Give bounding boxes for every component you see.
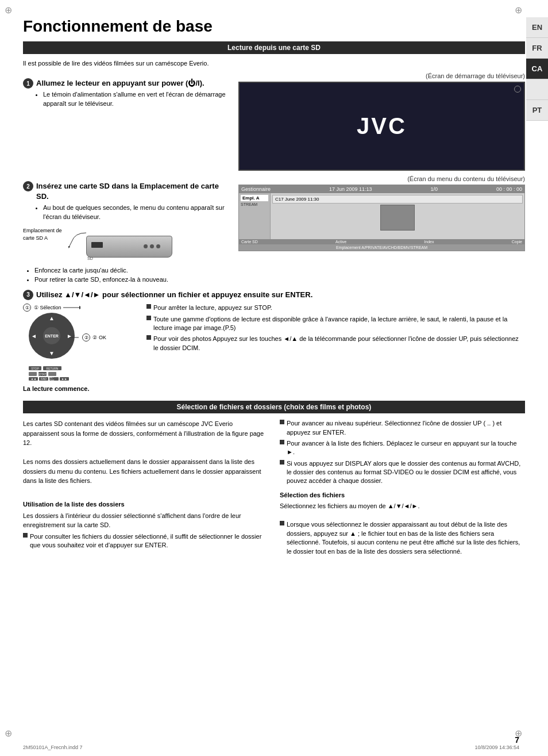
annotation-selection: ① ① Sélection (23, 304, 138, 312)
section2-col-right: Pour avancer au niveau supérieur. Sélect… (280, 419, 525, 558)
step3-title-area: Utilisez ▲/▼/◄/► pour sélectionner un fi… (36, 290, 525, 300)
s2-para1: Les cartes SD contenant des vidéos filmé… (23, 419, 268, 448)
device-sd-label: SD (87, 256, 93, 260)
svg-marker-1 (79, 306, 80, 309)
step3-circle: 3 (23, 290, 33, 300)
s2r-bullet4: Lorsque vous sélectionnez le dossier app… (280, 520, 525, 556)
lang-tab-en[interactable]: EN (526, 17, 548, 38)
menu-screen: Gestionnaire 17 Jun 2009 11:13 1/0 00 : … (238, 185, 525, 251)
lang-tab-ca[interactable]: CA (526, 59, 548, 79)
menu-file-item: C17 June 2009 11:30 (272, 195, 523, 204)
step1-right: (Écran de démarrage du téléviseur) JVC (238, 72, 525, 171)
dpad-down: ▼ (49, 350, 55, 356)
reg-mark-bl: ⊕ (5, 728, 12, 739)
ann2-arrow (70, 335, 81, 340)
device-buttons (144, 244, 160, 248)
menu-thumbnail (380, 205, 415, 231)
step2-title: Insérez une carte SD dans la Emplacement… (36, 182, 219, 201)
menu-sidebar: Empl. A STREAM (239, 193, 271, 239)
menu-footer-item1: Carte SD (241, 240, 258, 244)
dpad-up: ▲ (49, 315, 55, 321)
annotation-ok: ② ② OK (70, 333, 106, 341)
device-btn3 (156, 244, 160, 248)
section2-banner: Sélection de fichiers et dossiers (choix… (23, 401, 525, 413)
remote-control-area: ① ① Sélection ▲ ▼ ◄ ► ENTER (23, 304, 138, 392)
s2-bullet1: Pour consulter les fichiers du dossier s… (23, 532, 268, 550)
step2-extra-bullets: Enfoncez la carte jusqu'au déclic. Pour … (34, 266, 230, 284)
step1-circle: 1 (23, 78, 33, 89)
device-label: Emplacement de carte SD A (23, 227, 69, 241)
step3-title: Utilisez ▲/▼/◄/► pour sélectionner un fi… (36, 290, 312, 299)
jvc-logo: JVC (357, 113, 407, 139)
stop-btn: STOP (29, 366, 41, 370)
s2r-para-files: Sélectionnez les fichiers au moyen de ▲/… (280, 501, 525, 511)
dpad-left: ◄ (31, 333, 37, 339)
lecture-commence: La lecture commence. (23, 385, 138, 392)
s2r-sq3 (280, 460, 284, 465)
s2r-sq4 (280, 521, 284, 525)
step1-bullets: Le témoin d'alimentation s'allume en ver… (43, 90, 230, 108)
menu-gestionnaire: Gestionnaire (241, 186, 271, 192)
s2-para2: Les noms des dossiers actuellement dans … (23, 457, 268, 486)
tv-crosshair (514, 86, 521, 93)
remote-row1: STOP RETURN (29, 366, 132, 370)
step2-content: Insérez une carte SD dans la Emplacement… (36, 181, 230, 222)
page-title: Fonctionnement de base (23, 17, 525, 36)
step3-body: ① ① Sélection ▲ ▼ ◄ ► ENTER (23, 304, 525, 392)
language-tabs: EN FR CA PT (526, 17, 548, 121)
lang-tab-fr[interactable]: FR (526, 38, 548, 59)
step3-bullet3: Pour voir des photos Appuyez sur les tou… (146, 335, 525, 352)
ann-circle-2: ② (82, 333, 90, 341)
device-slot (91, 242, 103, 248)
device-arrow-svg (66, 230, 89, 253)
s2-para3: Les dossiers à l'intérieur du dossier sé… (23, 511, 268, 530)
s2r-bullet3: Si vous appuyez sur DISPLAY alors que le… (280, 459, 525, 486)
step1-container: 1 Allumez le lecteur en appuyant sur pow… (23, 72, 525, 171)
step2-bullet1: Au bout de quelques secondes, le menu du… (43, 204, 230, 221)
device-body (86, 236, 172, 258)
step2-circle: 2 (23, 181, 33, 191)
step2-container: 2 Insérez une carte SD dans la Emplaceme… (23, 175, 525, 284)
sq-bullet2 (146, 316, 151, 320)
s2-sq1 (23, 533, 28, 538)
menu-footer-item3: Index (424, 240, 434, 244)
step2-bullet2: Enfoncez la carte jusqu'au déclic. (34, 266, 230, 275)
step3-left: ① ① Sélection ▲ ▼ ◄ ► ENTER (23, 304, 138, 392)
device-image: SD (75, 227, 172, 262)
menu-footer: Emplacement A/PRIVATE/AVCHD/BDMV/STREAM (239, 244, 524, 251)
step3-row: 3 Utilisez ▲/▼/◄/► pour sélectionner un … (23, 290, 525, 300)
step1-bullet1: Le témoin d'alimentation s'allume en ver… (43, 90, 230, 108)
fwd-label: FAD (39, 377, 48, 381)
step2-bullet3: Pour retirer la carte SD, enfoncez-la à … (34, 275, 230, 284)
menu-count: 1/0 (430, 186, 438, 192)
step3-bullet2: Toute une gamme d'options de lecture est… (146, 315, 525, 333)
lang-tab-pt[interactable]: PT (526, 100, 548, 121)
step1-content: Allumez le lecteur en appuyant sur power… (36, 78, 230, 109)
reg-mark-tl: ⊕ (5, 5, 12, 16)
s2r-sq2 (280, 440, 284, 444)
step1-left: 1 Allumez le lecteur en appuyant sur pow… (23, 72, 230, 171)
menu-empl: Empl. A (241, 195, 268, 201)
step1-tv-screen: JVC (238, 82, 525, 171)
menu-header: Gestionnaire 17 Jun 2009 11:13 1/0 00 : … (239, 185, 524, 193)
dpad-enter: ENTER (43, 327, 60, 344)
device-area: Emplacement de carte SD A (23, 227, 230, 262)
step3-bullet1: Pour arrêter la lecture, appuyez sur STO… (146, 304, 525, 312)
device-btn1 (144, 244, 148, 248)
footer-left: 2M50101A_Frecnh.indd 7 (23, 745, 83, 750)
sq-bullet1 (146, 304, 151, 309)
lang-tab-empty (526, 79, 548, 100)
menu-time: 00 : 00 : 00 (496, 186, 522, 192)
return-btn: RETURN (43, 366, 61, 370)
ann1-arrow (63, 305, 80, 310)
section2-body: Les cartes SD contenant des vidéos filmé… (23, 419, 525, 558)
section1-banner: Lecture depuis une carte SD (23, 41, 525, 54)
step1-row: 1 Allumez le lecteur en appuyant sur pow… (23, 78, 230, 109)
rb1 (29, 372, 37, 376)
remote-row2: ROTATE (29, 372, 132, 376)
menu-body: Empl. A STREAM C17 June 2009 11:30 (239, 193, 524, 239)
s2r-subtitle-files: Sélection des fichiers (280, 490, 525, 500)
s2-subtitle: Utilisation de la liste des dossiers (23, 500, 268, 509)
menu-footer-bar: Carte SD Active Index Copie (239, 239, 524, 244)
ann-circle-1: ① (23, 304, 31, 312)
